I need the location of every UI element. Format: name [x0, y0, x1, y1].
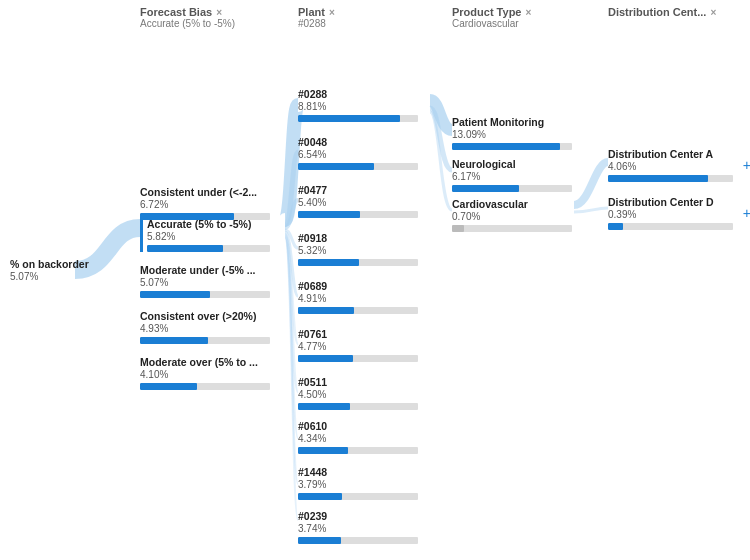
plant-value-5: 4.77%: [298, 341, 418, 353]
plant-bar-7: [298, 447, 418, 454]
pt-label-2: Cardiovascular: [452, 198, 572, 211]
fb-value-0: 6.72%: [140, 199, 270, 211]
fb-node-0[interactable]: Consistent under (<-2... 6.72%: [140, 186, 270, 220]
plant-close[interactable]: ×: [329, 7, 335, 18]
fb-label-1: Accurate (5% to -5%): [147, 218, 270, 231]
plant-value-8: 3.79%: [298, 479, 418, 491]
product-type-header: Product Type × Cardiovascular: [452, 6, 531, 29]
plant-value-7: 4.34%: [298, 433, 418, 445]
pt-bar-1: [452, 185, 572, 192]
dc-bar-0: [608, 175, 733, 182]
plant-node-2[interactable]: #0477 5.40%: [298, 184, 418, 218]
product-type-subtitle: Cardiovascular: [452, 18, 531, 29]
pt-value-0: 13.09%: [452, 129, 572, 141]
plant-node-9[interactable]: #0239 3.74%: [298, 510, 418, 544]
plant-node-3[interactable]: #0918 5.32%: [298, 232, 418, 266]
fb-label-0: Consistent under (<-2...: [140, 186, 270, 199]
plant-label-6: #0511: [298, 376, 418, 389]
dist-center-header: Distribution Cent... ×: [608, 6, 716, 18]
dist-center-title: Distribution Cent...: [608, 6, 706, 18]
plant-bar-4: [298, 307, 418, 314]
fb-bar-3: [140, 337, 270, 344]
dc-value-0: 4.06%: [608, 161, 733, 173]
plant-node-7[interactable]: #0610 4.34%: [298, 420, 418, 454]
product-type-title: Product Type: [452, 6, 521, 18]
plant-value-3: 5.32%: [298, 245, 418, 257]
forecast-bias-header: Forecast Bias × Accurate (5% to -5%): [140, 6, 235, 29]
dist-center-close[interactable]: ×: [710, 7, 716, 18]
dc-value-1: 0.39%: [608, 209, 733, 221]
plant-bar-3: [298, 259, 418, 266]
fb-bar-1: [147, 245, 270, 252]
dc-node-1[interactable]: Distribution Center D 0.39% +: [608, 196, 733, 230]
fb-label-4: Moderate over (5% to ...: [140, 356, 270, 369]
dc-label-0: Distribution Center A: [608, 148, 733, 161]
plant-value-6: 4.50%: [298, 389, 418, 401]
pt-value-1: 6.17%: [452, 171, 572, 183]
fb-value-3: 4.93%: [140, 323, 270, 335]
plant-header: Plant × #0288: [298, 6, 335, 29]
fb-value-2: 5.07%: [140, 277, 270, 289]
forecast-bias-title: Forecast Bias: [140, 6, 212, 18]
forecast-bias-close[interactable]: ×: [216, 7, 222, 18]
plant-label-1: #0048: [298, 136, 418, 149]
plant-label-9: #0239: [298, 510, 418, 523]
plant-title: Plant: [298, 6, 325, 18]
plant-bar-6: [298, 403, 418, 410]
dc-label-1: Distribution Center D: [608, 196, 733, 209]
plant-value-0: 8.81%: [298, 101, 418, 113]
root-label: % on backorder: [10, 258, 90, 271]
fb-value-4: 4.10%: [140, 369, 270, 381]
fb-node-3[interactable]: Consistent over (>20%) 4.93%: [140, 310, 270, 344]
plant-node-4[interactable]: #0689 4.91%: [298, 280, 418, 314]
plant-value-9: 3.74%: [298, 523, 418, 535]
fb-node-4[interactable]: Moderate over (5% to ... 4.10%: [140, 356, 270, 390]
root-node[interactable]: % on backorder 5.07%: [10, 258, 90, 283]
plant-node-1[interactable]: #0048 6.54%: [298, 136, 418, 170]
plant-label-5: #0761: [298, 328, 418, 341]
fb-label-3: Consistent over (>20%): [140, 310, 270, 323]
fb-value-1: 5.82%: [147, 231, 270, 243]
dc-plus-0[interactable]: +: [743, 157, 750, 173]
plant-bar-9: [298, 537, 418, 544]
plant-value-2: 5.40%: [298, 197, 418, 209]
pt-bar-2: [452, 225, 572, 232]
pt-node-1[interactable]: Neurological 6.17%: [452, 158, 572, 192]
pt-value-2: 0.70%: [452, 211, 572, 223]
plant-label-7: #0610: [298, 420, 418, 433]
plant-label-0: #0288: [298, 88, 418, 101]
dc-plus-1[interactable]: +: [743, 205, 750, 221]
fb-bar-2: [140, 291, 270, 298]
plant-bar-0: [298, 115, 418, 122]
plant-bar-1: [298, 163, 418, 170]
plant-label-3: #0918: [298, 232, 418, 245]
plant-node-6[interactable]: #0511 4.50%: [298, 376, 418, 410]
product-type-close[interactable]: ×: [525, 7, 531, 18]
forecast-bias-subtitle: Accurate (5% to -5%): [140, 18, 235, 29]
plant-node-8[interactable]: #1448 3.79%: [298, 466, 418, 500]
root-value: 5.07%: [10, 271, 90, 283]
fb-label-2: Moderate under (-5% ...: [140, 264, 270, 277]
plant-bar-8: [298, 493, 418, 500]
pt-label-0: Patient Monitoring: [452, 116, 572, 129]
plant-bar-5: [298, 355, 418, 362]
plant-value-1: 6.54%: [298, 149, 418, 161]
chart-container: Forecast Bias × Accurate (5% to -5%) Pla…: [0, 0, 750, 560]
plant-subtitle: #0288: [298, 18, 335, 29]
plant-label-8: #1448: [298, 466, 418, 479]
dc-node-0[interactable]: Distribution Center A 4.06% +: [608, 148, 733, 182]
pt-node-0[interactable]: Patient Monitoring 13.09%: [452, 116, 572, 150]
plant-bar-2: [298, 211, 418, 218]
dc-bar-1: [608, 223, 733, 230]
pt-label-1: Neurological: [452, 158, 572, 171]
pt-bar-0: [452, 143, 572, 150]
plant-label-2: #0477: [298, 184, 418, 197]
plant-node-0[interactable]: #0288 8.81%: [298, 88, 418, 122]
fb-node-2[interactable]: Moderate under (-5% ... 5.07%: [140, 264, 270, 298]
plant-label-4: #0689: [298, 280, 418, 293]
plant-node-5[interactable]: #0761 4.77%: [298, 328, 418, 362]
plant-value-4: 4.91%: [298, 293, 418, 305]
fb-node-1[interactable]: Accurate (5% to -5%) 5.82%: [140, 218, 270, 252]
pt-node-2[interactable]: Cardiovascular 0.70%: [452, 198, 572, 232]
fb-bar-4: [140, 383, 270, 390]
